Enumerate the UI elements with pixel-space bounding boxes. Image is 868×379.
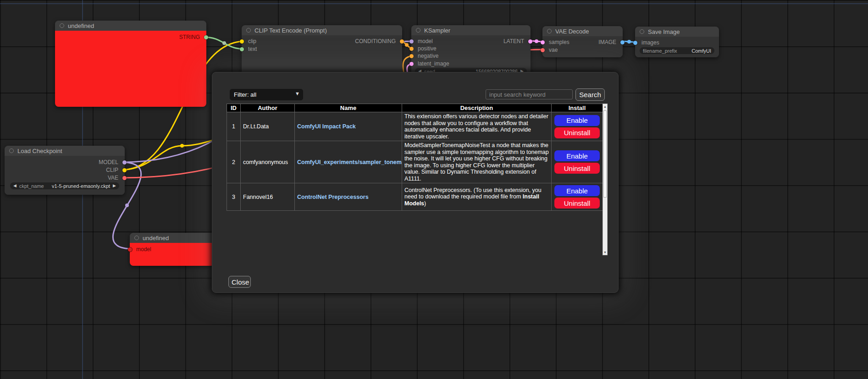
node-body: images filename_prefix ComfyUI [635, 37, 719, 57]
enable-button[interactable]: Enable [554, 150, 600, 161]
input-label: negative [418, 53, 438, 59]
collapse-dot-icon[interactable] [416, 28, 420, 33]
node-vae-decode[interactable]: VAE Decode samples IMAGE vae [542, 26, 623, 57]
extension-description-cell: ModelSamplerTonemapNoiseTest a node that… [402, 141, 552, 183]
node-ksampler[interactable]: KSampler model LATENT positive negative … [411, 25, 531, 78]
input-slot-images[interactable] [633, 41, 637, 45]
extension-name-cell: ComfyUI Impact Pack [295, 112, 402, 141]
output-slot-string[interactable] [204, 35, 208, 39]
output-slot-clip[interactable] [122, 168, 127, 172]
wire-midpoint-dot [125, 203, 129, 207]
description-text: This extension offers various detector n… [404, 113, 548, 140]
input-label: text [248, 46, 257, 52]
node-body: MODEL CLIP VAE ◀ ckpt_name v1-5-pruned-e… [5, 156, 125, 195]
extensions-table-body: 1Dr.Lt.DataComfyUI Impact PackThis exten… [227, 112, 603, 211]
node-header[interactable]: undefined [55, 21, 206, 31]
collapse-dot-icon[interactable] [640, 29, 644, 34]
enable-button[interactable]: Enable [554, 185, 600, 196]
scroll-up-icon[interactable]: ▲ [603, 105, 607, 108]
column-header: Install [552, 104, 603, 112]
input-slot-latent-image[interactable] [409, 62, 414, 66]
output-label: VAE [108, 175, 118, 181]
enable-button[interactable]: Enable [554, 115, 600, 126]
node-title: KSampler [424, 27, 450, 34]
collapse-dot-icon[interactable] [134, 236, 139, 240]
uninstall-button[interactable]: Uninstall [554, 198, 600, 209]
node-header[interactable]: Load Checkpoint [5, 146, 125, 156]
extension-link[interactable]: ComfyUI_experiments/sampler_tonemap [297, 159, 402, 165]
search-button[interactable]: Search [575, 88, 605, 101]
column-header: ID [227, 104, 241, 112]
extension-row: 2comfyanonymousComfyUI_experiments/sampl… [227, 141, 603, 183]
output-slot-conditioning[interactable] [400, 39, 404, 44]
next-arrow-icon[interactable]: ▶ [113, 182, 116, 189]
input-slot-text[interactable] [240, 47, 244, 51]
node-load-checkpoint[interactable]: Load Checkpoint MODEL CLIP VAE ◀ ckpt_na… [5, 146, 125, 195]
scroll-down-icon[interactable]: ▼ [603, 251, 607, 254]
input-slot-clip[interactable] [240, 39, 244, 44]
input-slot-model[interactable] [128, 247, 132, 252]
collapse-dot-icon[interactable] [9, 148, 14, 153]
node-header[interactable]: Save Image [635, 27, 719, 37]
scrollbar-thumb[interactable] [603, 110, 607, 198]
node-undefined-top[interactable]: undefined STRING [55, 21, 206, 107]
node-title: Save Image [648, 28, 680, 35]
output-label: CLIP [106, 167, 118, 173]
extension-name-cell: ComfyUI_experiments/sampler_tonemap [295, 141, 402, 183]
extension-description-cell: This extension offers various detector n… [402, 112, 552, 141]
previous-arrow-icon[interactable]: ◀ [13, 182, 17, 189]
uninstall-button[interactable]: Uninstall [554, 127, 600, 138]
description-text: ModelSamplerTonemapNoiseTest a node that… [404, 142, 549, 182]
filename-prefix-widget[interactable]: filename_prefix ComfyUI [640, 47, 714, 54]
extension-name-cell: ControlNet Preprocessors [295, 183, 402, 211]
description-text: ) [424, 200, 426, 207]
search-input[interactable] [486, 89, 573, 99]
node-save-image[interactable]: Save Image images filename_prefix ComfyU… [635, 27, 719, 57]
close-button[interactable]: Close [228, 276, 251, 288]
extensions-table-wrap: IDAuthorNameDescriptionInstall 1Dr.Lt.Da… [227, 104, 608, 255]
extension-description-cell: ControlNet Preprocessors. (To use this e… [402, 183, 552, 211]
widget-value: v1-5-pruned-emaonly.ckpt [52, 183, 110, 189]
node-header[interactable]: undefined [130, 233, 215, 243]
extension-id-cell: 2 [227, 141, 241, 183]
output-label: CONDITIONING [355, 38, 396, 44]
node-header[interactable]: KSampler [411, 25, 531, 35]
input-slot-positive[interactable] [409, 47, 414, 51]
input-label: latent_image [418, 60, 449, 67]
extensions-table-head-row: IDAuthorNameDescriptionInstall [227, 104, 603, 112]
collapse-dot-icon[interactable] [60, 23, 64, 28]
output-slot-image[interactable] [620, 40, 625, 44]
collapse-dot-icon[interactable] [246, 28, 251, 33]
node-header[interactable]: VAE Decode [542, 26, 623, 36]
node-body: model [130, 243, 215, 266]
widget-value: ComfyUI [691, 48, 711, 54]
collapse-dot-icon[interactable] [547, 29, 552, 33]
input-slot-negative[interactable] [409, 54, 414, 58]
extension-install-cell: EnableUninstall [552, 141, 603, 183]
widget-label: ckpt_name [19, 183, 44, 189]
node-undefined-bottom[interactable]: undefined model [130, 233, 215, 266]
input-slot-model[interactable] [409, 39, 414, 44]
table-scrollbar[interactable]: ▲ ▼ [603, 104, 608, 255]
extension-id-cell: 3 [227, 183, 241, 211]
output-slot-latent[interactable] [528, 39, 532, 44]
input-label: clip [248, 38, 256, 44]
input-slot-vae[interactable] [541, 48, 545, 52]
output-label: LATENT [503, 38, 524, 44]
filter-select[interactable]: Filter: all [230, 89, 303, 100]
wire-midpoint-dot [627, 40, 631, 44]
wire-midpoint-dot [405, 43, 409, 47]
ckpt-name-widget[interactable]: ◀ ckpt_name v1-5-pruned-emaonly.ckpt ▶ [10, 182, 119, 189]
output-slot-model[interactable] [122, 160, 127, 165]
extension-link[interactable]: ComfyUI Impact Pack [297, 123, 356, 130]
uninstall-button[interactable]: Uninstall [554, 163, 600, 174]
node-header[interactable]: CLIP Text Encode (Prompt) [242, 25, 402, 35]
extension-install-cell: EnableUninstall [552, 112, 603, 141]
output-slot-vae[interactable] [122, 176, 127, 180]
input-slot-samples[interactable] [541, 40, 545, 44]
extension-author-cell: comfyanonymous [241, 141, 295, 183]
node-title: Load Checkpoint [17, 148, 62, 154]
extension-link[interactable]: ControlNet Preprocessors [297, 194, 369, 200]
column-header: Author [241, 104, 295, 112]
description-text: ControlNet Preprocessors. (To use this e… [404, 187, 542, 200]
